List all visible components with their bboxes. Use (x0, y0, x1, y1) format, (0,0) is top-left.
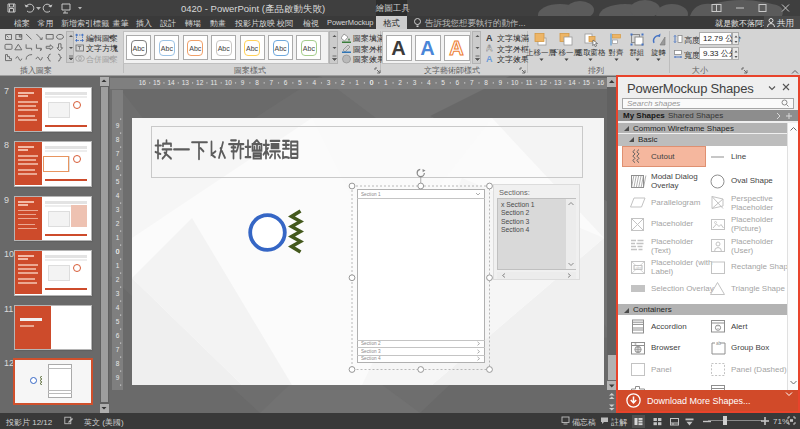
svg-text:5: 5 (298, 79, 302, 86)
svg-text:2: 2 (116, 220, 120, 227)
svg-text:0: 0 (116, 248, 120, 255)
svg-text:13: 13 (554, 79, 562, 86)
svg-text:7: 7 (116, 346, 120, 353)
svg-text:7: 7 (470, 79, 474, 86)
svg-text:8: 8 (484, 79, 488, 86)
svg-text:2: 2 (341, 79, 345, 86)
svg-text:Label: Label (634, 266, 643, 270)
svg-text:2: 2 (398, 79, 402, 86)
svg-text:8: 8 (255, 79, 259, 86)
svg-text:7: 7 (269, 79, 273, 86)
svg-text:3: 3 (327, 79, 331, 86)
svg-text:12: 12 (196, 79, 204, 86)
svg-text:4: 4 (116, 192, 120, 199)
svg-text:15: 15 (153, 79, 161, 86)
svg-text:1: 1 (355, 79, 359, 86)
svg-text:10: 10 (511, 79, 519, 86)
svg-text:3: 3 (116, 206, 120, 213)
svg-text:16: 16 (139, 79, 147, 86)
svg-text:14: 14 (167, 79, 175, 86)
svg-text:16: 16 (597, 79, 605, 86)
svg-text:10: 10 (225, 79, 233, 86)
svg-text:0: 0 (370, 79, 374, 86)
svg-text:1: 1 (116, 234, 120, 241)
svg-text:1: 1 (116, 262, 120, 269)
svg-text:11: 11 (526, 79, 533, 86)
svg-text:9: 9 (116, 122, 120, 129)
svg-text:2: 2 (116, 276, 120, 283)
svg-text:5: 5 (116, 318, 120, 325)
svg-text:9: 9 (116, 374, 120, 381)
svg-text:12: 12 (540, 79, 548, 86)
svg-text:15: 15 (583, 79, 591, 86)
svg-text:6: 6 (284, 79, 288, 86)
svg-text:8: 8 (116, 136, 120, 143)
svg-text:4: 4 (116, 304, 120, 311)
svg-text:1: 1 (384, 79, 388, 86)
svg-text:9: 9 (241, 79, 245, 86)
svg-text:14: 14 (568, 79, 576, 86)
svg-text:A: A (486, 43, 493, 53)
svg-text:3: 3 (413, 79, 417, 86)
svg-text:4: 4 (427, 79, 431, 86)
svg-text:5: 5 (116, 178, 120, 185)
svg-text:11: 11 (211, 79, 218, 86)
svg-text:8: 8 (116, 360, 120, 367)
svg-text:4: 4 (312, 79, 316, 86)
svg-text:7: 7 (116, 150, 120, 157)
svg-text:5: 5 (441, 79, 445, 86)
svg-text:A: A (486, 54, 493, 64)
svg-text:6: 6 (116, 164, 120, 171)
svg-text:A: A (486, 33, 493, 43)
svg-text:6: 6 (116, 332, 120, 339)
svg-text:3: 3 (116, 290, 120, 297)
svg-text:ab: ab (716, 341, 722, 346)
svg-text:6: 6 (456, 79, 460, 86)
svg-text:13: 13 (182, 79, 190, 86)
svg-text:9: 9 (499, 79, 503, 86)
